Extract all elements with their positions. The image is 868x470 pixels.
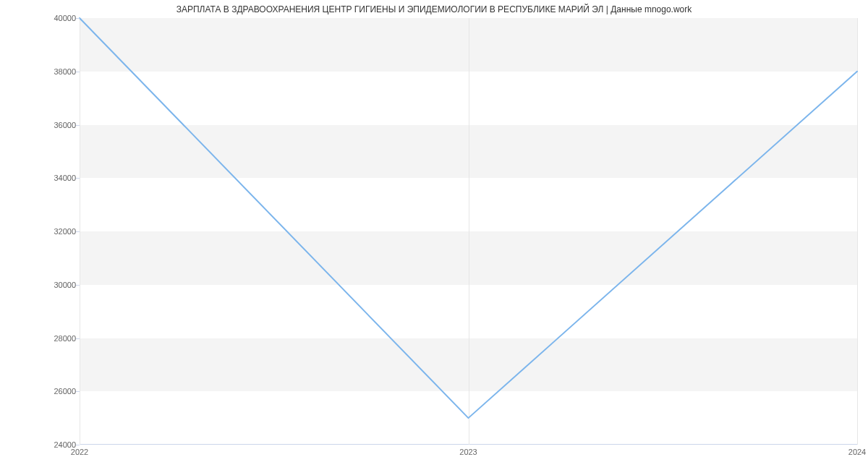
y-tick-label: 32000 (18, 227, 76, 236)
x-gridline (857, 18, 858, 445)
y-tick-label: 36000 (18, 121, 76, 129)
x-tick-label: 2024 (848, 448, 866, 456)
x-tick-label: 2023 (459, 448, 477, 456)
y-tick-label: 26000 (18, 387, 76, 396)
y-tick-label: 28000 (18, 334, 76, 343)
y-tick-label: 40000 (18, 14, 76, 22)
x-tick-label: 2022 (71, 448, 88, 456)
y-tick-label: 24000 (18, 440, 76, 449)
y-tick-label: 38000 (18, 67, 76, 76)
y-tick-label: 30000 (18, 281, 76, 289)
chart-container: ЗАРПЛАТА В ЗДРАВООХРАНЕНИЯ ЦЕНТР ГИГИЕНЫ… (0, 0, 868, 470)
line-layer (80, 18, 857, 445)
y-tick-label: 34000 (18, 174, 76, 182)
chart-title: ЗАРПЛАТА В ЗДРАВООХРАНЕНИЯ ЦЕНТР ГИГИЕНЫ… (0, 4, 868, 14)
series-line (80, 18, 857, 418)
plot-area (80, 18, 857, 445)
